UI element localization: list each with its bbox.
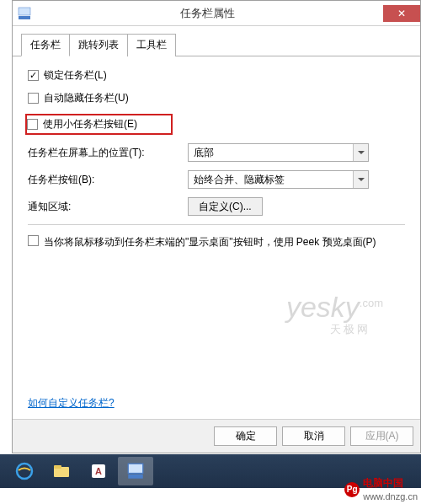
access-taskbar-icon[interactable]: A (81, 457, 116, 485)
properties-window: 任务栏属性 ✕ 任务栏 跳转列表 工具栏 锁定任务栏(L) 自动隐藏任务栏(U)… (12, 0, 421, 453)
chevron-down-icon (353, 144, 368, 161)
peek-checkbox[interactable] (28, 235, 39, 246)
buttons-value: 始终合并、隐藏标签 (194, 173, 285, 187)
lock-taskbar-row[interactable]: 锁定任务栏(L) (28, 68, 405, 83)
peek-row[interactable]: 当你将鼠标移动到任务栏末端的"显示桌面"按钮时，使用 Peek 预览桌面(P) (28, 235, 405, 249)
close-button[interactable]: ✕ (383, 5, 420, 22)
watermark-dnzg: Pg 电脑中国 www.dnzg.cn (344, 476, 418, 502)
buttons-select[interactable]: 始终合并、隐藏标签 (188, 170, 369, 189)
cancel-button[interactable]: 取消 (282, 426, 345, 446)
autohide-row[interactable]: 自动隐藏任务栏(U) (28, 91, 405, 105)
apply-button[interactable]: 应用(A) (350, 426, 413, 446)
svg-rect-8 (128, 464, 143, 473)
small-buttons-label: 使用小任务栏按钮(E) (43, 117, 137, 131)
small-buttons-row[interactable]: 使用小任务栏按钮(E) (25, 114, 173, 135)
ok-button[interactable]: 确定 (214, 426, 277, 446)
buttons-row: 任务栏按钮(B): 始终合并、隐藏标签 (28, 170, 405, 189)
titlebar: 任务栏属性 ✕ (13, 1, 420, 26)
tab-toolbars[interactable]: 工具栏 (127, 34, 176, 56)
customize-link[interactable]: 如何自定义任务栏? (28, 396, 115, 410)
ie-taskbar-icon[interactable] (7, 457, 42, 485)
close-icon: ✕ (397, 8, 406, 19)
window-title: 任务栏属性 (31, 6, 383, 21)
tab-taskbar[interactable]: 任务栏 (21, 34, 70, 56)
properties-taskbar-icon[interactable] (118, 457, 153, 485)
svg-rect-4 (54, 465, 61, 469)
notify-row: 通知区域: 自定义(C)... (28, 197, 405, 216)
svg-rect-7 (128, 475, 143, 479)
autohide-checkbox[interactable] (28, 93, 39, 104)
svg-rect-0 (19, 16, 30, 19)
customize-button[interactable]: 自定义(C)... (188, 197, 263, 216)
position-value: 底部 (194, 146, 214, 160)
buttons-label: 任务栏按钮(B): (28, 173, 188, 187)
tab-content: 锁定任务栏(L) 自动隐藏任务栏(U) 使用小任务栏按钮(E) 任务栏在屏幕上的… (13, 56, 420, 266)
svg-text:A: A (95, 466, 102, 476)
notify-label: 通知区域: (28, 200, 188, 214)
lock-taskbar-checkbox[interactable] (28, 70, 39, 81)
svg-rect-1 (19, 8, 30, 15)
chevron-down-icon (353, 171, 368, 188)
lock-taskbar-label: 锁定任务栏(L) (44, 68, 107, 83)
tab-strip: 任务栏 跳转列表 工具栏 (13, 26, 420, 56)
position-row: 任务栏在屏幕上的位置(T): 底部 (28, 143, 405, 162)
small-buttons-checkbox[interactable] (27, 119, 38, 130)
position-select[interactable]: 底部 (188, 143, 369, 162)
svg-point-2 (17, 464, 32, 479)
explorer-taskbar-icon[interactable] (44, 457, 79, 485)
position-label: 任务栏在屏幕上的位置(T): (28, 146, 188, 160)
dialog-button-bar: 确定 取消 应用(A) (13, 419, 420, 453)
tab-jumplist[interactable]: 跳转列表 (69, 34, 128, 56)
peek-label: 当你将鼠标移动到任务栏末端的"显示桌面"按钮时，使用 Peek 预览桌面(P) (44, 235, 376, 249)
taskbar-icon (18, 7, 31, 20)
divider (28, 224, 405, 225)
dnzg-logo-icon: Pg (344, 482, 360, 497)
autohide-label: 自动隐藏任务栏(U) (44, 91, 129, 105)
